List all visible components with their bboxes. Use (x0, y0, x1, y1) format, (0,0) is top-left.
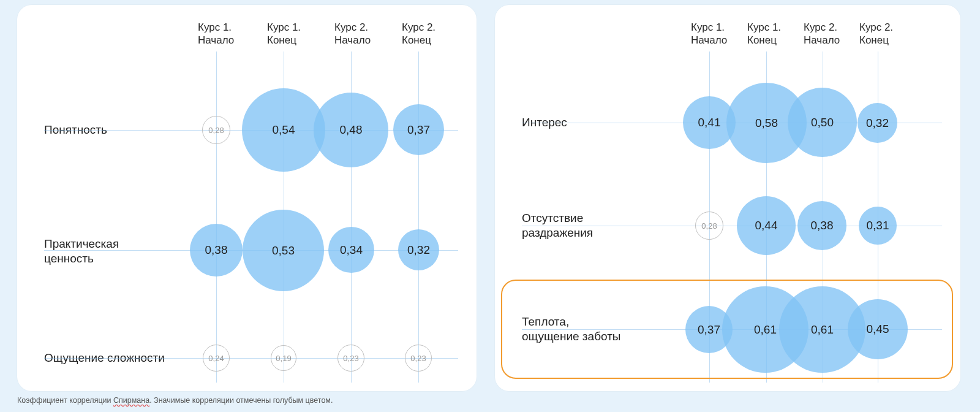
bubble: 0,32 (858, 103, 897, 143)
canvas: Курс 1. Начало Курс 1. Конец Курс 2. Нач… (0, 0, 980, 412)
bubble-value: 0,28 (701, 221, 717, 231)
grid-row-line (44, 358, 458, 359)
bubble-value: 0,28 (208, 126, 224, 135)
bubble-value: 0,38 (811, 219, 834, 232)
bubble-value: 0,32 (407, 243, 430, 257)
bubble-value: 0,24 (208, 354, 224, 363)
col-head-4: Курс 2. Конец (402, 21, 469, 47)
row-label: Практическая ценность (44, 237, 197, 266)
grid-col-line (418, 52, 419, 383)
bubble: 0,54 (242, 88, 325, 172)
bubble: 0,38 (190, 224, 243, 277)
bubble: 0,32 (398, 229, 439, 270)
bubble: 0,44 (737, 196, 796, 255)
col-head-4: Курс 2. Конец (859, 21, 927, 47)
bubble: 0,48 (314, 93, 388, 167)
bubble: 0,34 (328, 227, 374, 273)
bubble: 0,23 (405, 345, 432, 372)
bubble-value: 0,61 (754, 323, 777, 337)
bubble-value: 0,37 (407, 123, 430, 137)
bubble: 0,19 (271, 345, 296, 371)
caption: Коэффициент корреляции Спирмана. Значимы… (17, 396, 333, 405)
bubble-value: 0,58 (755, 116, 778, 130)
bubble: 0,45 (848, 299, 908, 359)
bubble-value: 0,45 (867, 322, 889, 336)
bubble-value: 0,54 (273, 123, 295, 137)
bubble-value: 0,34 (340, 243, 363, 257)
bubble-value: 0,50 (811, 116, 834, 129)
bubble: 0,28 (695, 212, 723, 240)
bubble-value: 0,31 (867, 219, 889, 232)
grid-col-line (216, 52, 217, 383)
bubble-value: 0,44 (755, 219, 778, 232)
bubble: 0,31 (859, 207, 897, 245)
col-head-3: Курс 2. Начало (334, 21, 402, 47)
bubble-value: 0,38 (205, 243, 228, 257)
bubble-value: 0,53 (272, 244, 295, 258)
bubble-value: 0,19 (276, 354, 291, 363)
col-head-1: Курс 1. Начало (198, 21, 265, 47)
col-head-2: Курс 1. Конец (267, 21, 334, 47)
bubble-value: 0,61 (811, 323, 834, 337)
panel-left: Курс 1. Начало Курс 1. Конец Курс 2. Нач… (17, 5, 477, 391)
bubble-value: 0,41 (698, 116, 721, 129)
bubble-value: 0,48 (340, 123, 363, 137)
bubble: 0,23 (337, 345, 364, 372)
caption-underlined-word: Спирмана (113, 396, 149, 405)
bubble-value: 0,23 (343, 354, 358, 363)
panel-right: Курс 1. Начало Курс 1. Конец Курс 2. Нач… (495, 5, 960, 391)
caption-part-b: . Значимые корреляции отмечены голубым ц… (149, 396, 333, 405)
bubble-value: 0,32 (866, 116, 889, 130)
bubble: 0,28 (202, 116, 230, 144)
bubble: 0,53 (243, 210, 324, 291)
bubble: 0,37 (393, 104, 444, 155)
bubble-value: 0,37 (698, 323, 720, 337)
bubble: 0,50 (788, 88, 857, 157)
caption-part-a: Коэффициент корреляции (17, 396, 113, 405)
bubble-value: 0,23 (410, 354, 426, 363)
bubble: 0,24 (203, 345, 230, 372)
bubble: 0,38 (797, 201, 846, 250)
